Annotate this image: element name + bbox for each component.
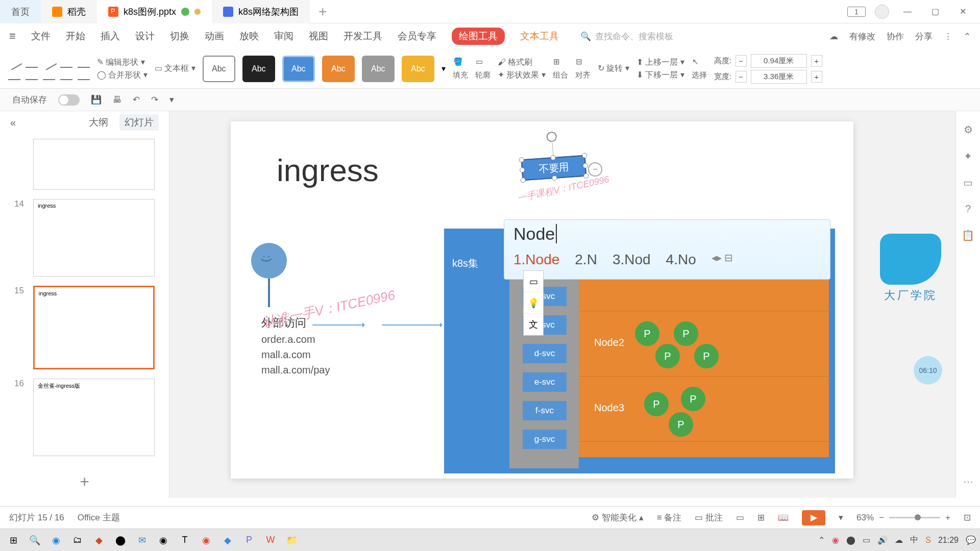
smart-beautify[interactable]: ⚙ 智能美化 ▴ — [592, 512, 643, 523]
rotate-dropdown[interactable]: ↻ 旋转 ▾ — [598, 63, 629, 74]
menu-text-tools[interactable]: 文本工具 — [520, 30, 559, 43]
thumb-15[interactable]: ingress — [33, 286, 155, 369]
settings-icon[interactable]: ⚙ — [964, 123, 973, 136]
pod[interactable]: P — [669, 412, 693, 437]
menu-start[interactable]: 开始 — [66, 30, 85, 43]
line-icon[interactable] — [7, 55, 22, 70]
height-value[interactable]: 0.94厘米 — [751, 54, 807, 68]
selected-shape[interactable]: 不要用 — [521, 155, 587, 181]
style-swatch-3[interactable]: Abc — [282, 56, 315, 82]
curve-icon[interactable] — [43, 70, 55, 80]
menu-vip[interactable]: 会员专享 — [398, 30, 436, 43]
group-dropdown[interactable]: ⊞组合 — [553, 57, 568, 80]
more-dots-icon[interactable]: ⋯ — [963, 475, 973, 488]
help-icon[interactable]: ? — [965, 203, 971, 215]
app-icon[interactable]: ◆ — [90, 531, 108, 549]
mail-icon[interactable]: ✉ — [133, 531, 151, 549]
urls-text[interactable]: order.a.com mall.a.com mall.a.com/pay — [261, 332, 330, 378]
outline-tab[interactable]: 大纲 — [89, 116, 108, 129]
thumb-16[interactable]: 金丝雀-ingress版 — [33, 379, 155, 456]
tray-icon[interactable]: ⬤ — [846, 535, 855, 545]
format-painter[interactable]: 🖌 格式刷 — [498, 57, 546, 68]
wps-icon[interactable]: W — [261, 531, 280, 549]
menu-animation[interactable]: 动画 — [205, 30, 224, 43]
fit-icon[interactable]: ⊡ — [964, 512, 971, 523]
p-icon[interactable]: P — [240, 531, 258, 549]
customize-icon[interactable]: ▾ — [169, 94, 174, 105]
style-swatch-5[interactable]: Abc — [362, 56, 395, 82]
line-icon[interactable] — [41, 55, 57, 70]
width-minus[interactable]: − — [736, 71, 747, 83]
maximize-button[interactable]: ▢ — [926, 7, 944, 16]
slideshow-button[interactable]: ▶ — [802, 510, 825, 525]
pod[interactable]: P — [681, 387, 705, 411]
close-button[interactable]: ✕ — [953, 7, 972, 16]
shape-effects-dropdown[interactable]: ✦ 形状效果 ▾ — [498, 70, 546, 81]
comment-icon[interactable]: ▭ — [963, 177, 973, 189]
minimize-button[interactable]: — — [898, 7, 917, 16]
todo-icon[interactable]: ◉ — [197, 531, 215, 549]
normal-view-icon[interactable]: ▭ — [736, 512, 744, 523]
slide-canvas[interactable]: ingress 外部访问 order.a.com mall.a.com mall… — [169, 111, 980, 498]
sorter-view-icon[interactable]: ⊞ — [757, 512, 765, 523]
slideshow-dropdown[interactable]: ▾ — [839, 512, 843, 523]
pod[interactable]: P — [644, 392, 669, 416]
text-icon[interactable]: T — [176, 531, 194, 549]
tab-web[interactable]: k8s网络架构图 — [212, 0, 310, 23]
zoom-slider[interactable] — [889, 517, 940, 518]
menu-draw-tools[interactable]: 绘图工具 — [452, 28, 505, 45]
resize-handle[interactable] — [583, 163, 589, 168]
arrow-shape[interactable] — [382, 324, 441, 325]
width-plus[interactable]: + — [811, 71, 822, 83]
pod[interactable]: P — [635, 321, 659, 346]
thumb-13[interactable] — [33, 139, 155, 190]
pod[interactable]: P — [694, 344, 719, 368]
menu-review[interactable]: 审阅 — [274, 30, 293, 43]
curve-icon[interactable] — [8, 70, 20, 80]
svc-f[interactable]: f-svc — [523, 401, 567, 420]
curve-icon[interactable] — [60, 70, 72, 80]
explorer-icon[interactable]: 🗂 — [68, 531, 87, 549]
outline-dropdown[interactable]: ▭轮廓 — [475, 57, 491, 80]
edit-shape-dropdown[interactable]: ✎ 编辑形状 ▾ — [97, 57, 148, 68]
menu-transition[interactable]: 切换 — [170, 30, 189, 43]
ctx-text-icon[interactable]: 文 — [524, 314, 543, 335]
resize-handle[interactable] — [520, 178, 526, 183]
resize-handle[interactable] — [520, 167, 525, 173]
rotate-handle[interactable] — [546, 131, 557, 142]
volume-icon[interactable]: 🔊 — [877, 535, 888, 545]
zoom-value[interactable]: 63% — [856, 513, 874, 523]
notifications-icon[interactable]: 💬 — [966, 535, 976, 545]
window-count[interactable]: 1 — [847, 7, 866, 17]
menu-file[interactable]: 文件 — [31, 30, 51, 43]
avatar-icon[interactable] — [875, 5, 889, 19]
search-icon[interactable]: 🔍 — [26, 531, 44, 549]
collapse-panel-button[interactable]: « — [10, 117, 16, 129]
ime-indicator[interactable]: 中 — [910, 535, 918, 545]
zoom-out-button[interactable]: − — [879, 513, 884, 523]
resize-handle[interactable] — [519, 157, 524, 163]
smile-shape[interactable] — [251, 243, 287, 279]
pod[interactable]: P — [674, 321, 698, 346]
new-tab-button[interactable]: + — [310, 4, 335, 20]
thumbnails[interactable]: 14ingress 15ingress 16金丝雀-ingress版 + — [0, 134, 169, 498]
ime-popup[interactable]: Node 1.Node 2.N 3.Nod 4.No ◂▸ ⊟ — [504, 219, 830, 280]
style-swatch-6[interactable]: Abc — [402, 56, 434, 82]
slides-tab[interactable]: 幻灯片 — [119, 114, 159, 131]
undo-icon[interactable]: ↶ — [133, 94, 140, 105]
textbox-dropdown[interactable]: ▭ 文本框 ▾ — [155, 63, 195, 74]
add-slide-button[interactable]: + — [14, 465, 155, 498]
print-icon[interactable]: 🖶 — [113, 95, 121, 105]
redo-icon[interactable]: ↷ — [151, 94, 158, 105]
clock[interactable]: 21:29 — [938, 536, 959, 545]
menu-dev[interactable]: 开发工具 — [344, 30, 382, 43]
tab-home[interactable]: 首页 — [0, 0, 41, 23]
zoom-in-button[interactable]: + — [945, 513, 950, 523]
hamburger-icon[interactable]: ≡ — [9, 30, 16, 43]
height-minus[interactable]: − — [736, 55, 747, 67]
start-button[interactable]: ⊞ — [4, 531, 22, 549]
search-box[interactable]: 🔍查找命令、搜索模板 — [580, 31, 814, 42]
vscode-icon[interactable]: ◆ — [218, 531, 237, 549]
notes-button[interactable]: ≡ 备注 — [657, 512, 682, 523]
sogou-icon[interactable]: S — [925, 536, 931, 545]
